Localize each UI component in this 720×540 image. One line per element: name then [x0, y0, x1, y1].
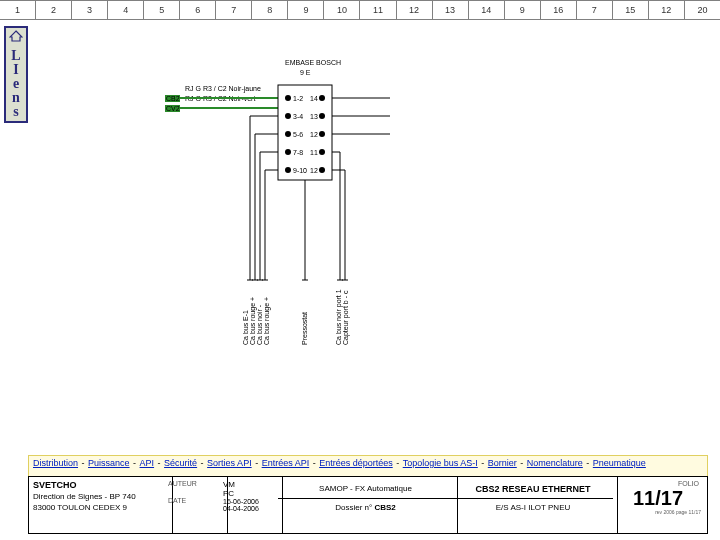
nav-link[interactable]: Puissance: [88, 458, 130, 468]
svg-point-15: [319, 131, 325, 137]
company-name: SVETCHO: [33, 480, 168, 491]
ruler-cell: 3: [72, 1, 108, 19]
liens-sidebar[interactable]: L I e n s: [4, 26, 28, 123]
date-val: 16-06-2006: [223, 498, 278, 505]
ruler-cell: 6: [180, 1, 216, 19]
svg-text:Capteur port b - c: Capteur port b - c: [342, 290, 350, 345]
nav-link[interactable]: Nomenclature: [527, 458, 583, 468]
ruler-cell: 8: [252, 1, 288, 19]
svg-text:12: 12: [310, 131, 318, 138]
nav-link[interactable]: API: [140, 458, 155, 468]
ruler-cell: 4: [108, 1, 144, 19]
ruler-cell: 16: [541, 1, 577, 19]
nav-link[interactable]: Sécurité: [164, 458, 197, 468]
nav-separator: -: [253, 458, 261, 468]
nav-separator: -: [131, 458, 139, 468]
svg-text:11: 11: [310, 149, 318, 156]
svg-point-6: [285, 95, 291, 101]
section-nav: Distribution - Puissance - API - Sécurit…: [28, 455, 708, 477]
svg-text:Pressostat: Pressostat: [301, 312, 308, 345]
fine-print: rev 2006 page 11/17: [613, 509, 703, 515]
svg-text:1-2: 1-2: [293, 95, 303, 102]
svg-marker-0: [10, 31, 22, 41]
wire-label: RJ G R3 / C2 Noir-jaune: [185, 85, 261, 93]
ruler-cell: 7: [216, 1, 252, 19]
svg-point-7: [319, 95, 325, 101]
liens-letter: s: [6, 105, 26, 119]
nav-separator: -: [155, 458, 163, 468]
nav-link[interactable]: Sorties API: [207, 458, 252, 468]
folio-label: FOLIO: [613, 480, 703, 487]
svg-point-10: [285, 113, 291, 119]
main-line: SAMOP - FX Automatique: [278, 480, 453, 499]
svg-text:9-10: 9-10: [293, 167, 307, 174]
svg-text:CB2: CB2: [166, 95, 180, 102]
schem-header: EMBASE BOSCH: [285, 59, 341, 66]
svg-text:CV2: CV2: [166, 105, 180, 112]
address-line: 83000 TOULON CEDEX 9: [33, 502, 168, 513]
ruler-cell: 2: [36, 1, 72, 19]
nav-separator: -: [79, 458, 87, 468]
nav-link[interactable]: Distribution: [33, 458, 78, 468]
svg-point-14: [285, 131, 291, 137]
dossier-value: CBS2: [374, 503, 395, 512]
svg-text:Ca bus rouge +: Ca bus rouge +: [263, 297, 271, 345]
field-label: AUTEUR: [168, 480, 223, 487]
ruler-cell: 7: [577, 1, 613, 19]
dossier-label: Dossier n°: [335, 503, 372, 512]
ruler-cell: 11: [360, 1, 396, 19]
author-val: VM: [223, 480, 278, 489]
ruler-cell: 9: [288, 1, 324, 19]
ruler-cell: 9: [505, 1, 541, 19]
home-icon: [9, 30, 23, 42]
project-name: CBS2 RESEAU ETHERNET: [453, 480, 613, 499]
ruler-cell: 15: [613, 1, 649, 19]
ruler-cell: 12: [649, 1, 685, 19]
svg-text:3-4: 3-4: [293, 113, 303, 120]
page-number: 11/17: [613, 487, 703, 509]
svg-point-19: [319, 149, 325, 155]
nav-link[interactable]: Entrées API: [262, 458, 310, 468]
nav-separator: -: [394, 458, 402, 468]
liens-letter: L: [6, 49, 26, 63]
svg-text:Ca bus noir -: Ca bus noir -: [256, 304, 263, 345]
nav-link[interactable]: Pneumatique: [593, 458, 646, 468]
ruler-cell: 10: [324, 1, 360, 19]
svg-point-18: [285, 149, 291, 155]
ruler-cell: 20: [685, 1, 720, 19]
svg-text:5-6: 5-6: [293, 131, 303, 138]
schematic-area: EMBASE BOSCH 9 E RJ G R3 / C2 Noir-jaune…: [130, 55, 450, 365]
ruler-cell: 13: [433, 1, 469, 19]
svg-text:12: 12: [310, 167, 318, 174]
svg-text:14: 14: [310, 95, 318, 102]
nav-separator: -: [584, 458, 592, 468]
liens-letter: n: [6, 91, 26, 105]
author-val: PC: [223, 489, 278, 498]
nav-separator: -: [518, 458, 526, 468]
title-block: SVETCHO Direction de Signes - BP 740 830…: [28, 476, 708, 534]
svg-text:13: 13: [310, 113, 318, 120]
column-ruler: 12345678910111213149167151220: [0, 0, 720, 20]
address-line: Direction de Signes - BP 740: [33, 491, 168, 502]
svg-point-22: [285, 167, 291, 173]
liens-letter: I: [6, 63, 26, 77]
nav-link[interactable]: Bornier: [488, 458, 517, 468]
svg-point-11: [319, 113, 325, 119]
liens-letter: e: [6, 77, 26, 91]
svg-text:Ca bus E-1: Ca bus E-1: [242, 310, 249, 345]
schem-subheader: 9 E: [300, 69, 311, 76]
sheet-subtitle: E/S AS-I ILOT PNEU: [453, 499, 613, 517]
ruler-cell: 14: [469, 1, 505, 19]
ruler-cell: 1: [0, 1, 36, 19]
nav-link[interactable]: Topologie bus AS-I: [403, 458, 478, 468]
nav-link[interactable]: Entrées déportées: [319, 458, 393, 468]
nav-separator: -: [310, 458, 318, 468]
nav-separator: -: [198, 458, 206, 468]
ruler-cell: 12: [397, 1, 433, 19]
svg-text:7-8: 7-8: [293, 149, 303, 156]
svg-point-23: [319, 167, 325, 173]
nav-separator: -: [479, 458, 487, 468]
ruler-cell: 5: [144, 1, 180, 19]
field-label: DATE: [168, 497, 223, 504]
date-val: 04-04-2006: [223, 505, 278, 512]
